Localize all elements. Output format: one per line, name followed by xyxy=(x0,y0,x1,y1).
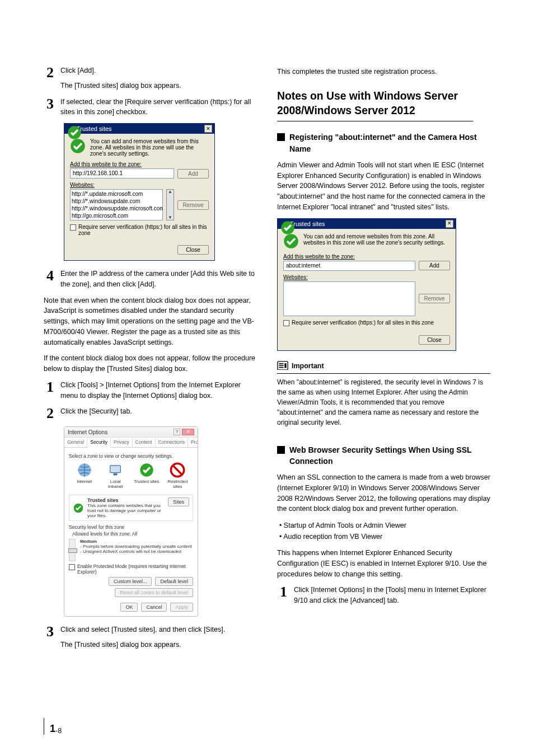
require-https-label: Require server verification (https:) for… xyxy=(292,320,434,326)
section-heading: Notes on Use with Windows Server 2008/Wi… xyxy=(277,88,474,122)
important-label: Important xyxy=(292,362,324,370)
zone-trusted-sites[interactable]: Trusted sites xyxy=(134,462,160,489)
tab-general[interactable]: General xyxy=(64,438,87,447)
svg-rect-12 xyxy=(279,363,283,364)
reset-zones-button[interactable]: Reset all zones to default level xyxy=(115,588,193,597)
dialog-title-text: Trusted sites xyxy=(290,220,446,227)
add-button[interactable]: Add xyxy=(419,261,450,270)
trusted-sites-heading: Trusted sites xyxy=(87,497,165,503)
tab-bar: General Security Privacy Content Connect… xyxy=(64,438,198,448)
protected-mode-checkbox[interactable] xyxy=(69,564,75,570)
close-button[interactable]: Close xyxy=(177,245,209,255)
step-number: 3 xyxy=(44,97,54,118)
zone-local-intranet[interactable]: Local intranet xyxy=(102,462,128,489)
tab-privacy[interactable]: Privacy xyxy=(111,438,133,447)
check-icon xyxy=(139,462,154,478)
computer-icon xyxy=(107,462,123,478)
zone-internet[interactable]: Internet xyxy=(72,462,97,489)
level-desc: - Unsigned ActiveX controls will not be … xyxy=(80,549,193,554)
remove-button[interactable]: Remove xyxy=(177,200,209,210)
list-item: Startup of Admin Tools or Admin Viewer xyxy=(279,520,490,531)
allowed-levels-label: Allowed levels for this zone: All xyxy=(72,531,193,537)
check-icon xyxy=(70,138,86,154)
step-subtext: The [Trusted sites] dialog box appears. xyxy=(60,640,257,650)
step-number: 1 xyxy=(277,585,287,606)
tab-connections[interactable]: Connections xyxy=(156,438,188,447)
add-website-label: Add this website to the zone: xyxy=(70,161,209,167)
tab-content[interactable]: Content xyxy=(133,438,156,447)
level-name: Medium xyxy=(80,539,193,544)
level-desc: - Prompts before downloading potentially… xyxy=(80,544,193,549)
apply-button[interactable]: Apply xyxy=(170,603,193,612)
page-number: 1-8 xyxy=(44,718,62,735)
step-text: If selected, clear the [Require server v… xyxy=(60,97,257,118)
list-item: Audio reception from VB Viewer xyxy=(279,531,490,542)
step-number: 2 xyxy=(44,65,54,91)
require-https-checkbox[interactable] xyxy=(283,320,289,326)
step-number: 4 xyxy=(44,269,54,290)
close-icon[interactable]: ✕ xyxy=(204,125,212,133)
require-https-label: Require server verification (https:) for… xyxy=(78,224,209,236)
remove-button[interactable]: Remove xyxy=(419,294,450,303)
internet-options-dialog: Internet Options ? ✕ General Security Pr… xyxy=(64,426,198,617)
svg-rect-3 xyxy=(110,466,121,473)
body-paragraph: This completes the trusted site registra… xyxy=(277,67,490,77)
svg-rect-14 xyxy=(279,367,283,368)
ok-button[interactable]: OK xyxy=(120,603,138,612)
close-icon[interactable]: ✕ xyxy=(182,429,194,435)
step-number: 3 xyxy=(44,624,54,650)
websites-listbox[interactable]: http://*.update.microsoft.com http://*.w… xyxy=(70,189,163,220)
custom-level-button[interactable]: Custom level... xyxy=(109,577,152,586)
list-item[interactable]: http://*.windowsupdate.com xyxy=(72,198,161,205)
security-level-label: Security level for this zone xyxy=(69,524,193,530)
add-website-input[interactable]: about:internet xyxy=(283,261,415,271)
require-https-checkbox[interactable] xyxy=(70,224,76,231)
dialog-title-text: Internet Options xyxy=(68,429,107,435)
tab-programs[interactable]: Programs xyxy=(188,438,198,447)
dialog-title-text: Trusted sites xyxy=(77,125,204,132)
list-item[interactable]: http://*.windowsupdate.microsoft.com xyxy=(72,205,161,212)
websites-listbox[interactable] xyxy=(283,281,415,316)
trusted-sites-dialog: Trusted sites ✕ You can add and remove w… xyxy=(64,123,215,261)
protected-mode-label: Enable Protected Mode (requires restarti… xyxy=(77,564,193,575)
step-text: Click and select [Trusted sites], and th… xyxy=(60,624,257,635)
tab-security[interactable]: Security xyxy=(87,438,111,448)
select-zone-label: Select a zone to view or change security… xyxy=(69,453,193,459)
dialog-desc: You can add and remove websites from thi… xyxy=(303,233,450,249)
list-item[interactable]: http://go.microsoft.com xyxy=(72,212,161,219)
body-paragraph: Note that even when the content block di… xyxy=(44,295,257,348)
trusted-sites-dialog: Trusted sites ✕ You can add and remove w… xyxy=(277,218,456,351)
square-bullet-icon xyxy=(277,446,285,454)
help-icon[interactable]: ? xyxy=(174,429,180,435)
step-number: 2 xyxy=(44,406,54,421)
check-icon xyxy=(73,503,84,514)
add-website-input[interactable]: http://192.168.100.1 xyxy=(70,168,174,179)
security-slider[interactable] xyxy=(69,539,76,561)
step-text: Click the [Security] tab. xyxy=(60,406,257,417)
zone-restricted-sites[interactable]: Restricted sites xyxy=(165,462,190,489)
globe-icon xyxy=(77,462,92,478)
square-bullet-icon xyxy=(277,133,285,141)
step-text: Click [Tools] > [Internet Options] from … xyxy=(60,380,257,401)
close-button[interactable]: Close xyxy=(419,335,450,345)
svg-rect-13 xyxy=(279,365,283,366)
websites-label: Websites: xyxy=(70,182,209,188)
step-text: Click [Internet Options] in the [Tools] … xyxy=(294,585,490,606)
websites-label: Websites: xyxy=(283,274,450,280)
body-paragraph: Admin Viewer and Admin Tools will not st… xyxy=(277,160,490,213)
step-text: Click [Add]. xyxy=(60,65,257,76)
check-icon xyxy=(283,233,299,249)
body-paragraph: This happens when Internet Explorer Enha… xyxy=(277,548,490,579)
list-item[interactable]: http://*.update.microsoft.com xyxy=(72,190,161,198)
step-number: 1 xyxy=(44,380,54,401)
sites-button[interactable]: Sites xyxy=(168,497,189,506)
close-icon[interactable]: ✕ xyxy=(446,220,453,228)
add-website-label: Add this website to the zone: xyxy=(283,253,450,260)
add-button[interactable]: Add xyxy=(177,169,209,179)
scrollbar[interactable]: ▲▼ xyxy=(166,189,174,220)
step-text: Enter the IP address of the camera under… xyxy=(60,269,257,290)
cancel-button[interactable]: Cancel xyxy=(141,603,167,612)
default-level-button[interactable]: Default level xyxy=(155,577,193,586)
body-paragraph: If the content block dialog box does not… xyxy=(44,353,257,374)
body-paragraph: When an SSL connection to the camera is … xyxy=(277,472,490,514)
